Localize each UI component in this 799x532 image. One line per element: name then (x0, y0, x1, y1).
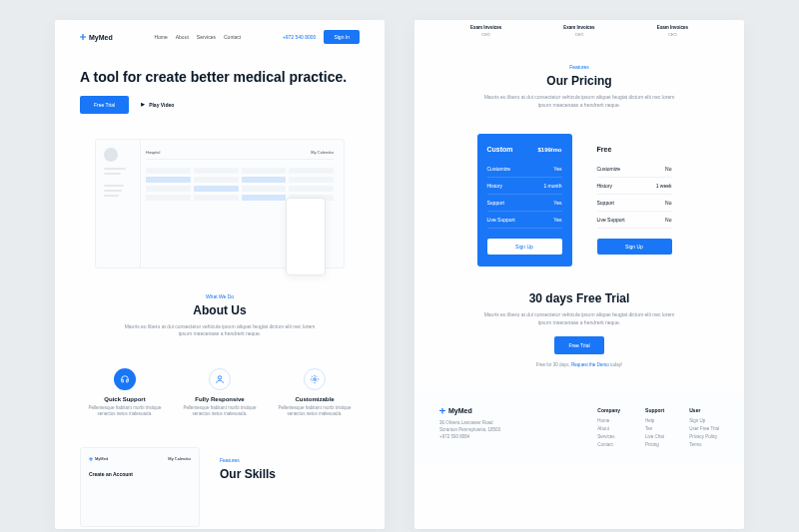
team-boxes: Exam InvoicesCEO Exam InvoicesCEO Exam I… (414, 20, 744, 49)
gear-icon (304, 368, 326, 390)
feature-customizable: Customizable Pellentesque habitant morbi… (275, 368, 355, 418)
logo[interactable]: MyMed (80, 34, 113, 41)
pricing-section: Features Our Pricing Mauris eu libero at… (414, 49, 744, 124)
svg-point-0 (218, 375, 221, 378)
signup-free-button[interactable]: Sign Up (597, 239, 672, 255)
trial-section: 30 days Free Trial Mauris eu libero at d… (414, 276, 744, 382)
avatar (104, 148, 118, 162)
play-icon (141, 103, 145, 107)
footer-col-support: Support Help Ten Live Chat Pricing (645, 407, 664, 450)
pricing-card-custom: Custom$199/mo CustomizeYes History1 mont… (477, 134, 572, 266)
footer-col-user: User Sign Up User Free Trial Privacy Pol… (689, 407, 719, 450)
request-demo-link[interactable]: Request the Demo (571, 362, 609, 367)
trial-title: 30 days Free Trial (439, 291, 719, 305)
user-icon (209, 368, 231, 390)
skills-title: Our Skills (220, 467, 360, 481)
landing-page-top: MyMed Home About Services Contact +972 5… (55, 20, 385, 529)
pricing-cards: Custom$199/mo CustomizeYes History1 mont… (414, 124, 744, 276)
nav-services[interactable]: Services (197, 34, 216, 40)
hero: A tool for create better medical practic… (55, 54, 385, 129)
feature-support: Quick Support Pellentesque habitant morb… (85, 368, 165, 418)
pricing-card-free: Free CustomizeNo History1 week SupportNo… (587, 134, 682, 266)
features-row: Quick Support Pellentesque habitant morb… (55, 353, 385, 433)
skills-section: MyMed My Calendar Create an Account Feat… (55, 432, 385, 532)
plus-icon (439, 408, 445, 414)
product-mockup: HospitalMy Calendar (55, 129, 385, 278)
signup-custom-button[interactable]: Sign Up (487, 239, 562, 255)
plus-icon (80, 34, 86, 40)
footer: MyMed 36 Olivera Lancaster Road Scranton… (414, 392, 744, 465)
nav-links: Home About Services Contact (154, 34, 241, 40)
play-video-button[interactable]: Play Video (141, 102, 174, 108)
landing-page-bottom: Exam InvoicesCEO Exam InvoicesCEO Exam I… (414, 20, 744, 529)
phone-mockup (286, 198, 326, 275)
about-title: About Us (80, 303, 360, 317)
feature-responsive: Fully Responsive Pellentesque habitant m… (180, 368, 260, 418)
free-trial-button[interactable]: Free Trial (80, 96, 129, 114)
svg-point-1 (314, 378, 317, 381)
navbar: MyMed Home About Services Contact +972 5… (55, 20, 385, 54)
pricing-title: Our Pricing (439, 74, 719, 88)
signin-button[interactable]: Sign In (324, 30, 360, 44)
nav-home[interactable]: Home (154, 34, 167, 40)
nav-about[interactable]: About (176, 34, 189, 40)
footer-col-company: Company Home About Services Contact (597, 407, 620, 450)
hero-title: A tool for create better medical practic… (80, 69, 360, 86)
phone-number[interactable]: +972 540 8000 (283, 34, 317, 40)
nav-contact[interactable]: Contact (224, 34, 241, 40)
trial-button[interactable]: Free Trial (554, 336, 603, 354)
about-section: What We Do About Us Mauris eu libero at … (55, 278, 385, 353)
footer-logo[interactable]: MyMed (439, 407, 572, 414)
headset-icon (114, 368, 136, 390)
